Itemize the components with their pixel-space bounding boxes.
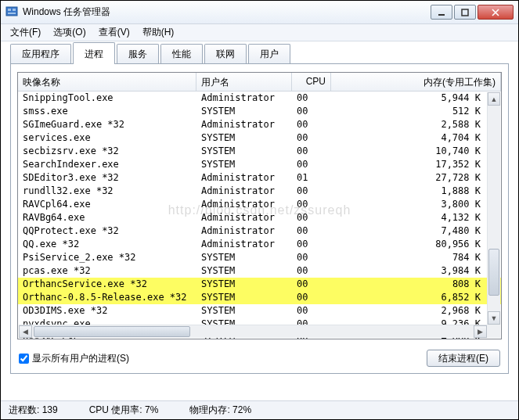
table-row[interactable]: smss.exeSYSTEM00512 K — [18, 105, 501, 118]
table-row[interactable]: SGImeGuard.exe *32Administrator002,588 K — [18, 118, 501, 131]
window-controls — [429, 5, 514, 20]
vertical-scrollbar[interactable]: ▲ ▼ — [487, 92, 500, 325]
horizontal-scrollbar[interactable]: ◀ ▶ — [19, 325, 487, 338]
cell-user: SYSTEM — [196, 131, 292, 145]
cell-cpu: 00 — [292, 105, 331, 118]
scroll-up-icon[interactable]: ▲ — [488, 92, 500, 106]
cell-cpu: 00 — [292, 291, 331, 304]
cell-name: PsiService_2.exe *32 — [18, 251, 196, 264]
table-row[interactable]: secbizsrv.exe *32SYSTEM0010,740 K — [18, 145, 501, 158]
tab-processes[interactable]: 进程 — [73, 42, 115, 64]
status-cpu-usage: CPU 使用率: 7% — [89, 404, 159, 417]
show-all-checkbox[interactable] — [19, 354, 29, 364]
column-headers: 映像名称 用户名 CPU 内存(专用工作集) — [18, 73, 501, 92]
tab-users[interactable]: 用户 — [248, 44, 290, 64]
cell-cpu: 00 — [292, 131, 331, 145]
cell-mem: 7,480 K — [331, 224, 501, 238]
cell-name: QQProtect.exe *32 — [18, 224, 196, 238]
cell-cpu: 00 — [292, 92, 331, 105]
cell-name: pcas.exe *32 — [18, 264, 196, 278]
svg-rect-3 — [8, 13, 16, 14]
menu-view[interactable]: 查看(V) — [92, 24, 136, 41]
cell-mem: 2,588 K — [331, 118, 501, 131]
cell-name: SnippingTool.exe — [18, 92, 196, 105]
minimize-button[interactable] — [431, 5, 452, 20]
cell-name: SDEditor3.exe *32 — [18, 171, 196, 185]
cell-name: SearchIndexer.exe — [18, 158, 196, 171]
cell-cpu: 00 — [292, 278, 331, 291]
cell-cpu: 00 — [292, 185, 331, 198]
tab-networking[interactable]: 联网 — [204, 44, 247, 64]
col-cpu[interactable]: CPU — [292, 73, 331, 91]
cell-cpu: 00 — [292, 304, 331, 318]
cell-mem: 4,132 K — [331, 211, 501, 224]
cell-mem: 5,944 K — [331, 92, 501, 105]
col-user-name[interactable]: 用户名 — [196, 73, 292, 91]
cell-mem: 808 K — [331, 278, 501, 291]
svg-rect-1 — [8, 9, 11, 11]
process-rows[interactable]: SnippingTool.exeAdministrator005,944 Ksm… — [18, 92, 501, 339]
table-row[interactable]: Orthanc-0.8.5-Release.exe *32SYSTEM006,8… — [18, 291, 501, 304]
cell-name: services.exe — [18, 131, 196, 145]
cell-name: SGImeGuard.exe *32 — [18, 118, 196, 131]
cell-name: secbizsrv.exe *32 — [18, 145, 196, 158]
show-all-users[interactable]: 显示所有用户的进程(S) — [19, 352, 129, 365]
table-row[interactable]: QQProtect.exe *32Administrator007,480 K — [18, 224, 501, 238]
table-row[interactable]: OrthancService.exe *32SYSTEM00808 K — [18, 278, 501, 291]
table-row[interactable]: pcas.exe *32SYSTEM003,984 K — [18, 264, 501, 278]
cell-name: OD3DIMS.exe *32 — [18, 304, 196, 318]
table-row[interactable]: services.exeSYSTEM004,704 K — [18, 131, 501, 145]
cell-mem: 6,852 K — [331, 291, 501, 304]
cell-cpu: 00 — [292, 238, 331, 251]
scroll-right-icon[interactable]: ▶ — [474, 325, 487, 338]
close-button[interactable] — [478, 5, 514, 20]
show-all-label: 显示所有用户的进程(S) — [32, 352, 129, 365]
cell-user: SYSTEM — [196, 251, 292, 264]
tab-services[interactable]: 服务 — [117, 44, 159, 64]
cell-user: Administrator — [196, 171, 292, 185]
table-row[interactable]: SnippingTool.exeAdministrator005,944 K — [18, 92, 501, 105]
table-row[interactable]: QQ.exe *32Administrator0080,956 K — [18, 238, 501, 251]
cell-mem: 1,888 K — [331, 185, 501, 198]
table-row[interactable]: OD3DIMS.exe *32SYSTEM002,968 K — [18, 304, 501, 318]
cell-mem: 17,352 K — [331, 158, 501, 171]
cell-cpu: 00 — [292, 251, 331, 264]
svg-rect-4 — [438, 14, 445, 16]
tab-performance[interactable]: 性能 — [160, 44, 203, 64]
cell-user: Administrator — [196, 198, 292, 211]
cell-user: SYSTEM — [196, 291, 292, 304]
table-row[interactable]: SDEditor3.exe *32Administrator0127,728 K — [18, 171, 501, 185]
menu-options[interactable]: 选项(O) — [47, 24, 92, 41]
cell-user: SYSTEM — [196, 158, 292, 171]
app-icon — [5, 6, 18, 19]
table-row[interactable]: PsiService_2.exe *32SYSTEM00784 K — [18, 251, 501, 264]
table-row[interactable]: SearchIndexer.exeSYSTEM0017,352 K — [18, 158, 501, 171]
menu-help[interactable]: 帮助(H) — [136, 24, 181, 41]
cell-mem: 80,956 K — [331, 238, 501, 251]
titlebar: Windows 任务管理器 — [1, 1, 518, 24]
tab-applications[interactable]: 应用程序 — [10, 44, 71, 64]
cell-mem: 512 K — [331, 105, 501, 118]
scroll-thumb-h[interactable] — [34, 326, 190, 337]
table-row[interactable]: RAVBg64.exeAdministrator004,132 K — [18, 211, 501, 224]
col-image-name[interactable]: 映像名称 — [18, 73, 196, 91]
status-physical-memory: 物理内存: 72% — [189, 404, 251, 417]
cell-cpu: 00 — [292, 198, 331, 211]
table-row[interactable]: RAVCpl64.exeAdministrator003,800 K — [18, 198, 501, 211]
svg-rect-0 — [6, 7, 17, 16]
tab-content: 映像名称 用户名 CPU 内存(专用工作集) SnippingTool.exeA… — [10, 63, 509, 374]
menubar: 文件(F) 选项(O) 查看(V) 帮助(H) — [1, 24, 518, 41]
maximize-button[interactable] — [454, 5, 476, 20]
scroll-thumb-v[interactable] — [488, 249, 499, 296]
scroll-down-icon[interactable]: ▼ — [488, 311, 500, 325]
cell-mem: 10,740 K — [331, 145, 501, 158]
menu-file[interactable]: 文件(F) — [4, 24, 47, 41]
scroll-left-icon[interactable]: ◀ — [19, 325, 32, 338]
end-process-button[interactable]: 结束进程(E) — [427, 350, 500, 367]
cell-name: RAVCpl64.exe — [18, 198, 196, 211]
table-row[interactable]: rundll32.exe *32Administrator001,888 K — [18, 185, 501, 198]
cell-name: OrthancService.exe *32 — [18, 278, 196, 291]
col-memory[interactable]: 内存(专用工作集) — [331, 73, 501, 91]
cell-cpu: 00 — [292, 145, 331, 158]
statusbar: 进程数: 139 CPU 使用率: 7% 物理内存: 72% — [1, 400, 518, 419]
